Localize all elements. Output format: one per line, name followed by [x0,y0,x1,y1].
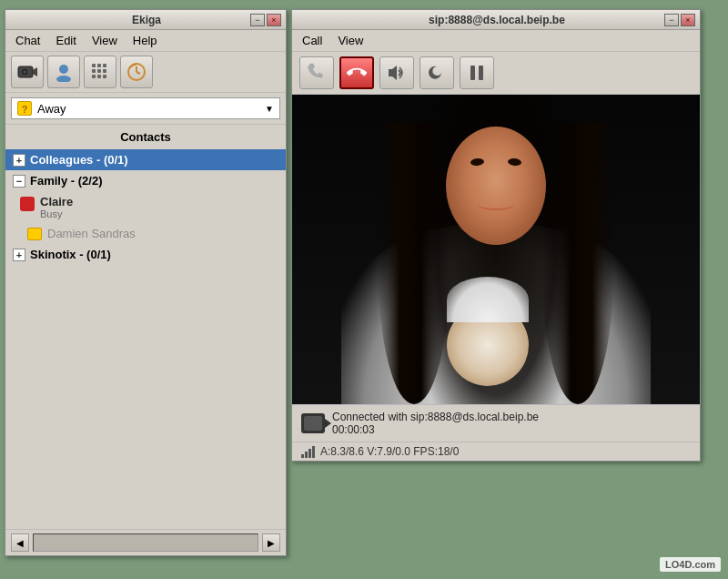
svg-line-17 [136,72,140,74]
claire-details: Claire Busy [40,195,73,219]
baby-hat [447,277,529,322]
ekiga-toolbar [5,52,286,93]
signal-bars-icon [301,445,315,458]
svg-rect-12 [92,75,96,78]
connected-text: Connected with sip:8888@ds.local.beip.be [332,411,539,423]
svg-rect-11 [103,69,106,73]
svg-marker-18 [389,66,397,80]
svg-rect-10 [97,69,101,73]
damien-name: Damien Sandras [47,227,136,240]
ekiga-window: Ekiga − × Chat Edit View Help [5,9,287,556]
webcam-button[interactable] [11,56,44,88]
svg-point-3 [24,71,26,74]
bar4 [312,446,315,458]
svg-point-4 [59,65,68,74]
contacts-panel: Contacts + Colleagues - (0/1) − Family -… [5,125,286,529]
hair-right [541,122,614,404]
call-menu-call[interactable]: Call [297,32,328,49]
svg-rect-19 [470,66,475,80]
svg-rect-7 [97,64,101,67]
colleagues-label: Colleagues - (0/1) [30,153,128,167]
dialpad-icon [91,63,109,81]
hair-left [378,122,450,404]
ekiga-minimize-button[interactable]: − [250,14,265,26]
horizontal-scrollbar: ◀ ▶ [5,529,286,555]
status-dropdown[interactable]: ? Away ▼ [11,97,280,119]
call-menu-view[interactable]: View [332,32,369,49]
ekiga-titlebar: Ekiga − × [5,10,286,30]
call-titlebar: sip:8888@ds.local.beip.be − × [292,10,700,30]
call-window-title: sip:8888@ds.local.beip.be [329,14,664,26]
history-button[interactable] [120,56,153,88]
mute-button[interactable] [420,56,454,89]
face-shape [446,127,546,245]
call-menubar: Call View [292,30,700,52]
history-icon [126,62,147,82]
scroll-track[interactable] [33,533,258,552]
status-bar: ? Away ▼ [5,93,286,125]
scroll-left-button[interactable]: ◀ [11,533,29,552]
skinotix-toggle[interactable]: + [13,249,25,261]
dial-button[interactable] [299,56,334,89]
call-close-button[interactable]: × [681,14,695,26]
hangup-icon [347,63,367,83]
bar2 [305,452,308,458]
family-group-header[interactable]: − Family - (2/2) [5,170,286,191]
damien-status-icon [27,228,42,240]
call-toolbar [292,52,700,95]
moon-icon [427,63,447,83]
pause-button[interactable] [460,56,494,89]
colleagues-group-header[interactable]: + Colleagues - (0/1) [5,149,286,170]
status-icon: ? [17,101,32,116]
svg-rect-9 [92,69,96,73]
contact-button[interactable] [47,56,80,88]
webcam-arrow-icon [325,419,331,428]
claire-status-icon [20,197,35,211]
colleagues-toggle[interactable]: + [13,154,25,167]
skinotix-label: Skinotix - (0/1) [30,248,111,261]
ekiga-close-button[interactable]: × [267,14,281,26]
svg-point-5 [56,76,71,82]
contacts-header: Contacts [5,125,286,149]
watermark: LO4D.com [660,557,721,572]
menu-view[interactable]: View [86,32,123,49]
dialpad-button[interactable] [84,56,116,88]
call-status-bar: Connected with sip:8888@ds.local.beip.be… [292,404,700,442]
ekiga-menubar: Chat Edit View Help [5,30,286,52]
call-duration: 00:00:03 [332,423,539,436]
status-info: Connected with sip:8888@ds.local.beip.be… [332,411,539,436]
menu-chat[interactable]: Chat [10,32,46,49]
ekiga-title: Ekiga [43,14,250,26]
skinotix-group-header[interactable]: + Skinotix - (0/1) [5,244,286,265]
scroll-right-button[interactable]: ▶ [262,533,280,552]
webcam-status-icon [301,413,325,433]
phone-icon [307,63,327,83]
svg-rect-6 [92,64,96,67]
call-minimize-button[interactable]: − [664,14,679,26]
status-label: Away [37,102,66,116]
contact-icon [54,62,74,82]
claire-name: Claire [40,195,73,208]
svg-rect-13 [97,75,101,78]
video-display [292,95,700,404]
bar3 [308,449,311,458]
smile-shape [478,199,514,210]
volume-button[interactable] [379,56,414,89]
svg-rect-8 [103,64,106,67]
stats-text: A:8.3/8.6 V:7.9/0.0 FPS:18/0 [320,445,459,458]
video-frame [292,95,700,404]
call-window-controls: − × [664,14,695,26]
menu-help[interactable]: Help [127,32,163,49]
damien-contact-item[interactable]: Damien Sandras [5,223,286,244]
hangup-button[interactable] [339,56,374,89]
pause-icon [467,63,487,83]
claire-contact-item[interactable]: Claire Busy [5,191,286,223]
family-toggle[interactable]: − [13,175,25,188]
family-label: Family - (2/2) [30,174,102,188]
stats-bar: A:8.3/8.6 V:7.9/0.0 FPS:18/0 [292,442,700,461]
contacts-list-empty [5,265,286,529]
menu-edit[interactable]: Edit [50,32,81,49]
watermark-text: LO4D.com [665,559,715,570]
bar1 [301,454,304,458]
volume-icon [387,63,407,83]
